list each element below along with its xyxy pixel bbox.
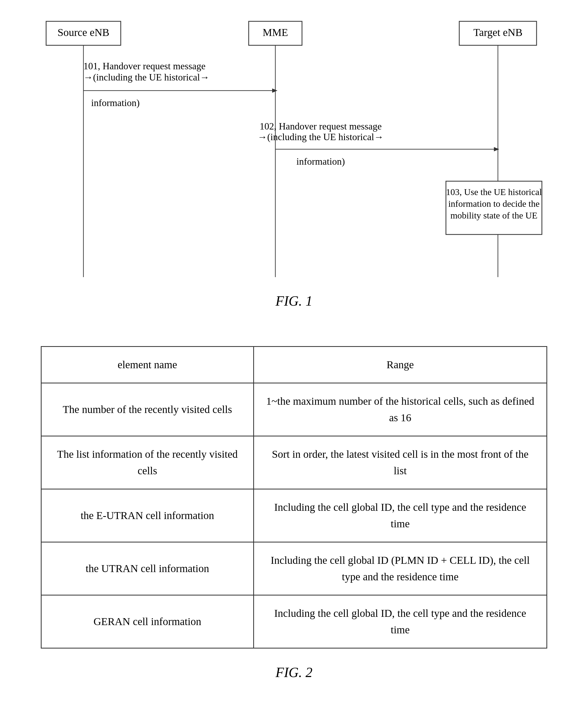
step101-label-line1: 101, Handover request message: [83, 61, 206, 71]
step101-label-line3: information): [91, 98, 140, 108]
table-row: The list information of the recently vis…: [41, 436, 547, 489]
fig1-caption: FIG. 1: [41, 293, 547, 309]
row3-name: the E-UTRAN cell information: [41, 489, 254, 542]
fig2-caption: FIG. 2: [41, 664, 547, 680]
row4-range: Including the cell global ID (PLMN ID + …: [253, 542, 547, 595]
arrow1-head: [272, 88, 277, 93]
actor-mme: MME: [262, 26, 288, 38]
table-row: GERAN cell information Including the cel…: [41, 595, 547, 648]
row5-range: Including the cell global ID, the cell t…: [253, 595, 547, 648]
arrow2-head: [494, 147, 499, 151]
row2-name: The list information of the recently vis…: [41, 436, 254, 489]
step102-label-line1: 102, Handover request message: [259, 121, 382, 132]
step103-line1: 103, Use the UE historical: [446, 187, 542, 197]
step102-label-line3: information): [296, 156, 345, 167]
header-range: Range: [253, 347, 547, 383]
row5-name: GERAN cell information: [41, 595, 254, 648]
table-row: the UTRAN cell information Including the…: [41, 542, 547, 595]
row2-range: Sort in order, the latest visited cell i…: [253, 436, 547, 489]
step103-line2: information to decide the: [448, 199, 540, 209]
row4-name: the UTRAN cell information: [41, 542, 254, 595]
header-element-name: element name: [41, 347, 254, 383]
actor-source: Source eNB: [58, 26, 109, 38]
fig1-section: Source eNB MME Target eNB 101, Handover …: [41, 16, 547, 330]
row1-name: The number of the recently visited cells: [41, 383, 254, 436]
fig2-table: element name Range The number of the rec…: [41, 346, 547, 648]
table-header-row: element name Range: [41, 347, 547, 383]
step102-label-line2: →(including the UE historical→: [258, 132, 384, 142]
actor-target: Target eNB: [474, 26, 522, 38]
table-row: The number of the recently visited cells…: [41, 383, 547, 436]
row3-range: Including the cell global ID, the cell t…: [253, 489, 547, 542]
step101-label-line2: →(including the UE historical→: [83, 72, 210, 83]
table-row: the E-UTRAN cell information Including t…: [41, 489, 547, 542]
step103-line3: mobility state of the UE: [450, 211, 538, 220]
fig2-section: element name Range The number of the rec…: [41, 346, 547, 702]
row1-range: 1~the maximum number of the historical c…: [253, 383, 547, 436]
sequence-diagram: Source eNB MME Target eNB 101, Handover …: [41, 16, 547, 282]
